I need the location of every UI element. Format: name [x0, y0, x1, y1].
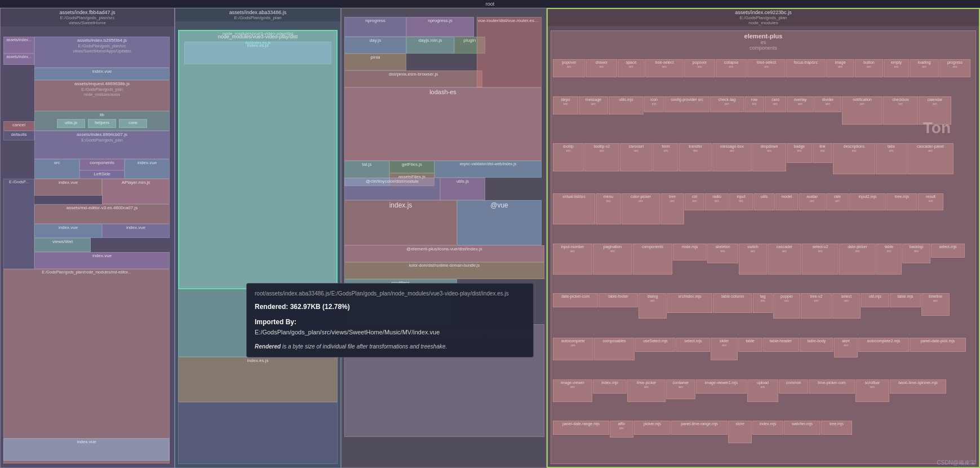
ep-container[interactable]: containersrc — [666, 379, 695, 399]
ep-descriptions[interactable]: descriptionssrc — [833, 143, 875, 174]
ep-message-box[interactable]: message-boxsrc — [712, 143, 752, 171]
ep-transfer[interactable]: transfersrc — [679, 143, 712, 171]
ep-input2-mjs[interactable]: input2.mjs — [849, 193, 886, 210]
ep-table-body[interactable]: table-body — [800, 338, 833, 352]
at-vue-block[interactable]: @vue — [457, 200, 542, 245]
ep-util-mjs[interactable]: util.mjs — [861, 293, 889, 307]
ep-carousel[interactable]: carouselsrc — [620, 143, 653, 171]
left-index-vue-2[interactable]: index.vue — [125, 159, 170, 179]
ep-date-picker[interactable]: date-pickersrc — [839, 244, 876, 275]
ep-cascader[interactable]: cascadersrc — [768, 244, 801, 275]
core-block[interactable]: core — [119, 119, 147, 128]
left-cancel-block[interactable]: cancel — [3, 121, 34, 131]
left-request-block[interactable]: assets/request.4869638b.js E:/GodsPlan/g… — [34, 80, 170, 111]
ep-link[interactable]: linksrc — [813, 143, 832, 163]
vue3-video-play-main[interactable]: node_modules/vue3-video-play/dist dist/i… — [178, 30, 338, 289]
ep-upload[interactable]: uploadsrc — [747, 379, 778, 402]
ep-picker-mjs[interactable]: picker.mjs — [634, 421, 671, 435]
ep-row[interactable]: rowsrc — [744, 96, 764, 112]
ep-tree[interactable]: treesrc — [660, 193, 684, 224]
ep-image-viewer2-mjs[interactable]: image-viewer2.mjs — [696, 379, 747, 394]
ep-button[interactable]: buttonsrc — [855, 59, 883, 77]
ep-table-column[interactable]: table-column — [713, 293, 752, 313]
left-lib-block[interactable]: lib utils.js helpers core — [34, 111, 170, 131]
ep-autocomplete2-mjs[interactable]: autocomplete2.mjs — [858, 338, 909, 352]
ep-radio[interactable]: radiosrc — [705, 193, 729, 210]
left-views-wel-block[interactable]: views/Wel — [34, 238, 91, 252]
ep-table-mjs[interactable]: table.mjs — [890, 293, 921, 307]
ep-card[interactable]: cardsrc — [765, 96, 786, 112]
ep-rate[interactable]: ratesrc — [826, 193, 849, 210]
ep-model[interactable]: model — [775, 193, 798, 210]
ep-input-number[interactable]: input-numbersrc — [553, 244, 592, 275]
ep-tree-mjs[interactable]: tree.mjs — [886, 193, 917, 210]
ep-popover2[interactable]: popoversrc — [684, 59, 715, 77]
ep-check-tag[interactable]: check-tagsrc — [710, 96, 744, 112]
pinia-esm-block[interactable]: dist/pinia.esm-browser.js — [344, 70, 482, 87]
left-index-vue-1[interactable]: index.vue — [34, 68, 170, 80]
ep-input[interactable]: inputsrc — [729, 193, 753, 210]
pinia-block[interactable]: pinia — [344, 54, 406, 70]
ep-select-mjs[interactable]: select.mjs — [931, 244, 965, 258]
left-small-2[interactable]: assets/index... — [3, 54, 34, 65]
ep-steps[interactable]: stepssrc — [553, 96, 578, 114]
left-src-block[interactable]: src — [34, 159, 79, 179]
ep-image[interactable]: imagesrc — [826, 59, 854, 77]
ep-focus-trap[interactable]: focus-trap/src — [786, 59, 826, 77]
ep-tree-v2[interactable]: tree-v2src — [801, 293, 832, 319]
ep-result[interactable]: resultsrc — [918, 193, 943, 210]
ep-time-select[interactable]: time-selectsrc — [747, 59, 786, 77]
left-index-vue-6[interactable]: index.vue — [34, 252, 170, 269]
ep-drawer[interactable]: drawersrc — [586, 59, 617, 77]
ep-scrollbar[interactable]: scrollbarsrc — [855, 379, 889, 402]
ep-progress[interactable]: progresssrc — [939, 59, 970, 77]
ep-pagination[interactable]: paginationsrc — [593, 244, 632, 275]
ep-table-header[interactable]: table-header — [762, 338, 799, 352]
ep-table-footer[interactable]: table-footer — [598, 293, 638, 307]
ep-table2[interactable]: table — [738, 338, 762, 352]
left-index-vue-4[interactable]: index.vue — [34, 224, 102, 238]
ep-basic-time-spinner[interactable]: basic-time-spinner.mjs — [890, 379, 946, 394]
ep-panel-time-range[interactable]: panel-time-range.mjs — [671, 421, 728, 435]
ep-form[interactable]: formsrc — [653, 143, 679, 171]
ep-select-v2[interactable]: select-v2src — [802, 244, 839, 275]
nprogress-block[interactable]: nprogress — [344, 17, 406, 37]
ep-dialog[interactable]: dialogsrc — [638, 293, 667, 319]
lodash-es-block[interactable]: lodash-es — [344, 87, 542, 161]
nprogress-js-block[interactable]: nprogress.js — [406, 17, 474, 37]
ep-skeleton[interactable]: skeletonsrc — [707, 244, 738, 263]
tinycolor-utils-block[interactable]: utils.js — [440, 178, 485, 200]
ep-slider[interactable]: slidersrc — [711, 338, 738, 360]
left-index-vue-5[interactable]: index.vue — [102, 224, 170, 238]
ep-col[interactable]: colsrc — [685, 193, 704, 210]
ep-tooltip-v2[interactable]: tooltip-v2src — [584, 143, 619, 171]
ep-notification[interactable]: notificationsrc — [842, 96, 883, 125]
ep-date-picker-com[interactable]: date-picker-com — [553, 293, 598, 307]
ep-store[interactable]: store — [728, 421, 752, 443]
left-index-vue-3[interactable]: index.vue — [34, 179, 102, 196]
ep-virtual-list[interactable]: virtual-list/src — [553, 193, 595, 224]
ep-empty[interactable]: emptysrc — [884, 59, 909, 77]
ep-select[interactable]: selectsrc — [832, 293, 861, 319]
cl-bottom-1[interactable]: index.es.js — [178, 357, 338, 402]
ep-time-picker[interactable]: time-pickersrc — [627, 379, 666, 402]
ep-composables[interactable]: composables — [594, 338, 635, 360]
ep-menu[interactable]: menusrc — [596, 193, 621, 224]
ep-tree-select[interactable]: tree-selectsrc — [645, 59, 684, 77]
left-defaults-block[interactable]: defaults — [3, 131, 34, 140]
left-small-1[interactable]: assets/index... — [3, 37, 34, 54]
ep-icon[interactable]: iconsrc — [644, 96, 664, 112]
vue-router-block[interactable]: vue-router/dist/vue-router.esm-bundler.j… — [477, 17, 542, 87]
ep-loading[interactable]: loadingsrc — [910, 59, 939, 77]
ep-popper[interactable]: poppersrc — [773, 293, 800, 319]
ep-dropdown[interactable]: dropdownsrc — [752, 143, 786, 171]
ep-autocomplete[interactable]: autocompletesrc — [553, 338, 593, 360]
ep-table[interactable]: tablesrc — [876, 244, 902, 275]
ep-common[interactable]: common — [779, 379, 808, 394]
left-small-3[interactable]: E:/GodsP... — [3, 179, 34, 269]
async-validator-block[interactable]: async-validator/dist-web/index.js — [434, 161, 542, 178]
ep-index-mjs2[interactable]: index.mjs — [593, 379, 627, 394]
kotor-dom-block[interactable]: kotor-dom/dist/runtime-domain-bundle.js — [344, 262, 544, 279]
helpers-block[interactable]: helpers — [88, 119, 116, 128]
ep-tabs[interactable]: tabssrc — [876, 143, 907, 174]
